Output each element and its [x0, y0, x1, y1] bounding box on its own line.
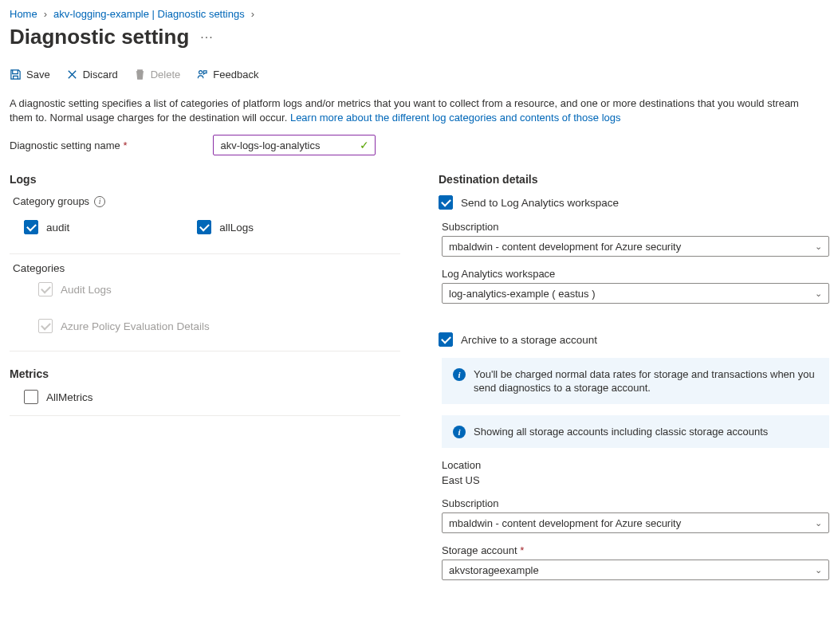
breadcrumb-sep-icon: › — [251, 8, 254, 20]
info-text: Showing all storage accounts including c… — [474, 425, 768, 438]
chevron-down-icon: ⌄ — [815, 242, 822, 252]
chevron-down-icon: ⌄ — [815, 518, 822, 528]
subscription-label-2: Subscription — [442, 497, 829, 509]
storage-account-select[interactable]: akvstorageexample ⌄ — [442, 560, 829, 580]
info-icon[interactable]: i — [94, 196, 105, 207]
subscription-select-2[interactable]: mbaldwin - content development for Azure… — [442, 512, 829, 533]
all-metrics-checkbox[interactable] — [24, 390, 38, 404]
svg-point-0 — [199, 71, 203, 74]
toolbar: Save Discard Delete Feedback — [10, 64, 824, 88]
subscription-value: mbaldwin - content development for Azure… — [449, 241, 681, 253]
audit-logs-label: Audit Logs — [61, 284, 112, 296]
subscription-label: Subscription — [442, 221, 829, 233]
category-groups-label: Category groups — [13, 195, 89, 207]
close-icon — [66, 69, 78, 80]
info-banner-accounts: i Showing all storage accounts including… — [442, 415, 829, 448]
location-value: East US — [442, 474, 829, 486]
discard-label: Discard — [83, 69, 118, 80]
breadcrumb-home[interactable]: Home — [10, 8, 37, 20]
save-icon — [10, 69, 22, 80]
subscription-value-2: mbaldwin - content development for Azure… — [449, 517, 681, 529]
trash-icon — [134, 69, 146, 80]
chevron-down-icon: ⌄ — [815, 289, 822, 299]
policy-eval-label: Azure Policy Evaluation Details — [61, 320, 210, 332]
categories-label: Categories — [13, 262, 400, 274]
breadcrumb-sep-icon: › — [44, 8, 47, 20]
location-label: Location — [442, 459, 829, 471]
delete-label: Delete — [151, 69, 181, 80]
audit-checkbox[interactable] — [24, 220, 38, 234]
la-workspace-value: log-analytics-example ( eastus ) — [449, 288, 596, 300]
description: A diagnostic setting specifies a list of… — [10, 96, 807, 125]
archive-storage-label: Archive to a storage account — [461, 334, 597, 346]
save-label: Save — [26, 69, 50, 80]
setting-name-input[interactable] — [213, 135, 376, 155]
setting-name-row: Diagnostic setting name * ✓ — [10, 135, 824, 155]
discard-button[interactable]: Discard — [66, 69, 118, 80]
delete-button: Delete — [134, 69, 181, 80]
la-workspace-select[interactable]: log-analytics-example ( eastus ) ⌄ — [442, 283, 829, 304]
title-row: Diagnostic setting ··· — [10, 25, 824, 49]
archive-storage-checkbox[interactable] — [439, 332, 453, 347]
all-logs-label: allLogs — [219, 222, 254, 234]
save-button[interactable]: Save — [10, 69, 50, 80]
feedback-button[interactable]: Feedback — [196, 69, 258, 80]
page-title: Diagnostic setting — [10, 25, 189, 49]
feedback-label: Feedback — [213, 69, 258, 80]
breadcrumb: Home › akv-logging-example | Diagnostic … — [10, 6, 824, 20]
info-banner-charges: i You'll be charged normal data rates fo… — [442, 358, 829, 404]
send-log-analytics-checkbox[interactable] — [439, 195, 453, 210]
info-text: You'll be charged normal data rates for … — [474, 367, 818, 395]
destination-column: Destination details Send to Log Analytic… — [439, 170, 829, 580]
more-actions-button[interactable]: ··· — [200, 30, 213, 45]
send-log-analytics-label: Send to Log Analytics workspace — [461, 197, 619, 209]
learn-more-link[interactable]: Learn more about the different log categ… — [290, 112, 621, 124]
logs-column: Logs Category groups i audit allLogs Cat… — [10, 170, 400, 580]
category-groups-header: Category groups i — [13, 195, 400, 207]
audit-label: audit — [46, 222, 69, 234]
chevron-down-icon: ⌄ — [815, 565, 822, 575]
breadcrumb-resource[interactable]: akv-logging-example | Diagnostic setting… — [53, 8, 245, 20]
info-icon: i — [453, 426, 466, 438]
la-workspace-label: Log Analytics workspace — [442, 268, 829, 280]
storage-account-label: Storage account * — [442, 544, 829, 556]
info-icon: i — [453, 368, 466, 381]
audit-logs-checkbox — [38, 282, 53, 296]
metrics-header: Metrics — [10, 367, 400, 380]
validation-check-icon: ✓ — [360, 139, 369, 151]
destination-header: Destination details — [439, 173, 829, 186]
storage-account-value: akvstorageexample — [449, 564, 539, 576]
person-feedback-icon — [196, 69, 208, 80]
all-metrics-label: AllMetrics — [46, 391, 93, 403]
policy-eval-checkbox — [38, 319, 53, 333]
all-logs-checkbox[interactable] — [197, 220, 211, 234]
logs-header: Logs — [10, 173, 400, 186]
setting-name-label: Diagnostic setting name * — [10, 139, 127, 151]
subscription-select[interactable]: mbaldwin - content development for Azure… — [442, 236, 829, 257]
